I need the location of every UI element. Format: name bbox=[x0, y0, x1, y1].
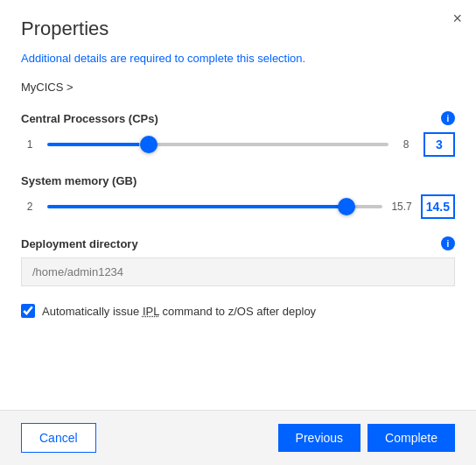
modal-description: Additional details are required to compl… bbox=[21, 51, 455, 67]
cpu-section: Central Processors (CPs) i 1 8 3 bbox=[21, 111, 455, 157]
cpu-label-row: Central Processors (CPs) i bbox=[21, 111, 455, 125]
memory-label-row: System memory (GB) bbox=[21, 174, 455, 187]
memory-max: 15.7 bbox=[391, 201, 411, 213]
cancel-button[interactable]: Cancel bbox=[21, 423, 96, 453]
previous-button[interactable]: Previous bbox=[278, 424, 360, 452]
deployment-label: Deployment directory bbox=[21, 237, 138, 250]
modal-dialog: Properties × Additional details are requ… bbox=[0, 0, 476, 465]
deployment-input[interactable] bbox=[21, 257, 455, 286]
close-button[interactable]: × bbox=[452, 11, 462, 26]
memory-section: System memory (GB) 2 15.7 14.5 bbox=[21, 174, 455, 219]
cpu-slider-wrapper bbox=[47, 136, 388, 153]
deployment-info-icon[interactable]: i bbox=[441, 236, 455, 250]
cpu-min: 1 bbox=[21, 138, 38, 151]
memory-value-box: 14.5 bbox=[421, 194, 455, 219]
complete-button[interactable]: Complete bbox=[368, 424, 455, 452]
memory-slider-row: 2 15.7 14.5 bbox=[21, 194, 455, 219]
deployment-section: Deployment directory i bbox=[21, 236, 455, 286]
memory-slider-wrapper bbox=[47, 198, 382, 215]
breadcrumb: MyCICS > bbox=[21, 81, 455, 94]
cpu-max: 8 bbox=[397, 138, 415, 151]
memory-label: System memory (GB) bbox=[21, 174, 136, 187]
modal-body: Additional details are required to compl… bbox=[0, 51, 476, 396]
cpu-info-icon[interactable]: i bbox=[441, 111, 455, 125]
modal-title: Properties bbox=[21, 18, 455, 40]
ipl-checkbox[interactable] bbox=[21, 304, 35, 318]
modal-footer: Cancel Previous Complete bbox=[0, 410, 476, 465]
footer-right-buttons: Previous Complete bbox=[278, 424, 455, 452]
cpu-label: Central Processors (CPs) bbox=[21, 112, 158, 125]
memory-slider[interactable] bbox=[47, 205, 382, 208]
deployment-label-row: Deployment directory i bbox=[21, 236, 455, 250]
ipl-checkbox-label: Automatically issue IPL command to z/OS … bbox=[42, 305, 316, 318]
modal-header: Properties × bbox=[0, 0, 476, 51]
cpu-slider[interactable] bbox=[47, 143, 388, 146]
cpu-value-box: 3 bbox=[424, 132, 455, 157]
memory-min: 2 bbox=[21, 201, 38, 213]
cpu-slider-row: 1 8 3 bbox=[21, 132, 455, 157]
ipl-checkbox-row: Automatically issue IPL command to z/OS … bbox=[21, 304, 455, 318]
